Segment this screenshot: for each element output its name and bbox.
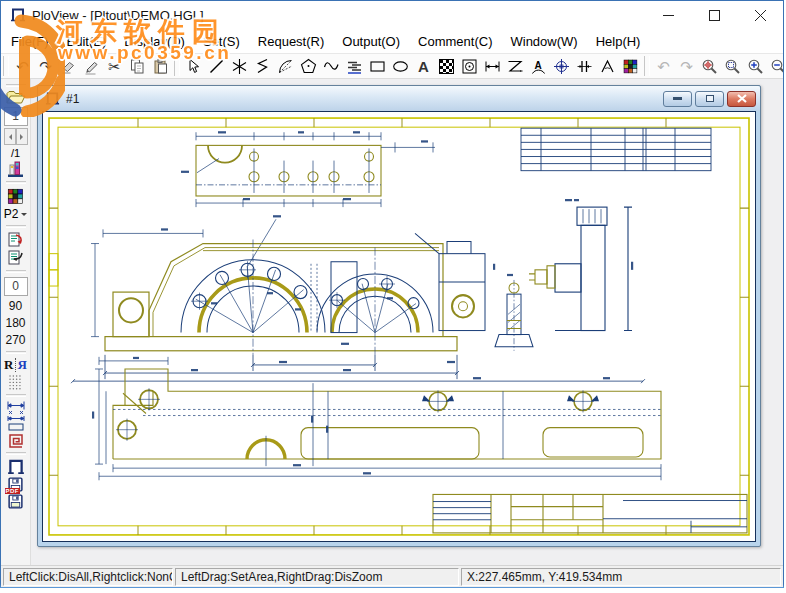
rotate-270-button[interactable]: 270 <box>5 331 25 348</box>
app-icon <box>10 7 26 23</box>
save-pdf-button[interactable]: PDF <box>3 476 29 493</box>
redo-button[interactable]: ↷ <box>34 55 57 78</box>
menu-set[interactable]: Set(S) <box>194 31 249 52</box>
frame-ticks <box>49 118 749 535</box>
view-undo-button[interactable]: ↶ <box>652 55 675 78</box>
file-convert-all-button[interactable] <box>3 249 29 267</box>
sidebar-grip <box>6 270 26 273</box>
drawing-canvas[interactable] <box>42 111 756 542</box>
mirror-button[interactable]: R Я <box>4 357 27 373</box>
cut-button[interactable]: ✂ <box>103 55 126 78</box>
color-palette-button[interactable] <box>619 55 642 78</box>
menubar: File(F) Edit(E) Display(D) Set(S) Reques… <box>1 29 783 53</box>
zoom-in-button[interactable] <box>744 55 767 78</box>
draw-polyline-button[interactable] <box>251 55 274 78</box>
dim-angle-text-button[interactable]: A <box>527 55 550 78</box>
menu-request[interactable]: Request(R) <box>249 31 333 52</box>
dim-z-button[interactable] <box>504 55 527 78</box>
draw-polygon-button[interactable] <box>297 55 320 78</box>
child-close-button[interactable] <box>727 91 756 107</box>
draw-hatch-lines-button[interactable] <box>343 55 366 78</box>
copy-button[interactable] <box>126 55 149 78</box>
rotation-field[interactable]: 0 <box>4 277 28 296</box>
view-redo-button[interactable]: ↷ <box>675 55 698 78</box>
pen-set-dropdown[interactable]: P2 <box>4 206 28 222</box>
edit-pen-button[interactable] <box>80 55 103 78</box>
sidebar-grip <box>6 225 26 228</box>
measure-area-button[interactable] <box>3 415 29 431</box>
top-view <box>196 132 435 266</box>
rotate-90-button[interactable]: 90 <box>9 297 22 314</box>
child-minimize-button[interactable] <box>663 91 692 107</box>
page-total-label: /1 <box>11 147 20 159</box>
rotate-180-button[interactable]: 180 <box>5 314 25 331</box>
toolbar-grip <box>3 56 9 76</box>
menu-comment[interactable]: Comment(C) <box>409 31 501 52</box>
zoom-point-button[interactable] <box>698 55 721 78</box>
dim-parallel-button[interactable] <box>573 55 596 78</box>
pdf-badge: PDF <box>5 488 21 494</box>
dim-angle-button[interactable] <box>596 55 619 78</box>
front-view <box>91 229 485 354</box>
child-restore-button[interactable] <box>695 91 724 107</box>
draw-ellipse-button[interactable] <box>389 55 412 78</box>
paste-button[interactable] <box>149 55 172 78</box>
minimize-button[interactable] <box>645 1 691 29</box>
open-file-button[interactable] <box>3 90 29 106</box>
menu-display[interactable]: Display(D) <box>115 31 194 52</box>
dim-horizontal-button[interactable] <box>481 55 504 78</box>
undo-button[interactable]: ↶ <box>11 55 34 78</box>
draw-rectangle-button[interactable] <box>366 55 389 78</box>
draw-fill-pattern-button[interactable] <box>435 55 458 78</box>
new-window-button[interactable] <box>3 458 29 476</box>
left-sidebar: 1 /1 P2 0 90 180 270 <box>1 79 31 565</box>
draw-line-button[interactable] <box>205 55 228 78</box>
pen-palette-button[interactable] <box>3 187 29 206</box>
menu-help[interactable]: Help(H) <box>587 31 650 52</box>
dimension-text-marks <box>92 131 633 474</box>
page-prev-button[interactable] <box>4 128 16 145</box>
side-view <box>529 207 632 330</box>
page-stepper <box>4 128 28 145</box>
draw-point-star-button[interactable] <box>228 55 251 78</box>
drawing-window-titlebar[interactable]: #1 <box>38 86 760 111</box>
status-coordinates: X:227.465mm, Y:419.534mm <box>461 568 781 586</box>
draw-circle-mark-button[interactable] <box>458 55 481 78</box>
close-button[interactable] <box>737 1 783 29</box>
status-drag-mode: LeftDrag:SetArea,RightDrag:DisZoom <box>175 568 459 586</box>
menu-window[interactable]: Window(W) <box>501 31 586 52</box>
drawing-window-title: #1 <box>66 92 79 106</box>
page-next-button[interactable] <box>16 128 28 145</box>
measure-length-path-button[interactable] <box>3 431 29 449</box>
maximize-button[interactable] <box>691 1 737 29</box>
menu-edit[interactable]: Edit(E) <box>58 31 116 52</box>
drawing-window-icon <box>45 91 60 106</box>
menu-output[interactable]: Output(O) <box>333 31 409 52</box>
bottom-view <box>95 357 661 480</box>
toolbar-separator <box>174 56 180 76</box>
measure-distance-button[interactable] <box>3 400 29 415</box>
page-number-field[interactable]: 1 <box>4 107 28 126</box>
erase-button[interactable] <box>57 55 80 78</box>
toolbar-separator <box>644 56 650 76</box>
draw-text-button[interactable]: A <box>412 55 435 78</box>
page-layout-button[interactable] <box>3 160 29 178</box>
select-cursor-button[interactable] <box>182 55 205 78</box>
detail-view-aa <box>495 280 533 351</box>
cad-drawing <box>43 112 755 541</box>
save-file-button[interactable] <box>3 493 29 510</box>
grid-dots-button[interactable] <box>3 373 29 391</box>
snap-crosshair-button[interactable] <box>550 55 573 78</box>
drawing-window[interactable]: #1 <box>37 85 761 547</box>
zoom-out-button[interactable] <box>767 55 783 78</box>
file-convert-button[interactable] <box>3 231 29 249</box>
menu-file[interactable]: File(F) <box>2 31 58 52</box>
title-block <box>433 494 747 532</box>
draw-arc-button[interactable] <box>274 55 297 78</box>
statusbar: LeftClick:DisAll,Rightclick:NonOpe LeftD… <box>1 565 783 587</box>
revision-table <box>521 128 711 170</box>
mdi-area: #1 <box>31 79 783 565</box>
draw-freehand-button[interactable] <box>320 55 343 78</box>
chevron-down-icon <box>21 213 27 219</box>
zoom-area-button[interactable] <box>721 55 744 78</box>
